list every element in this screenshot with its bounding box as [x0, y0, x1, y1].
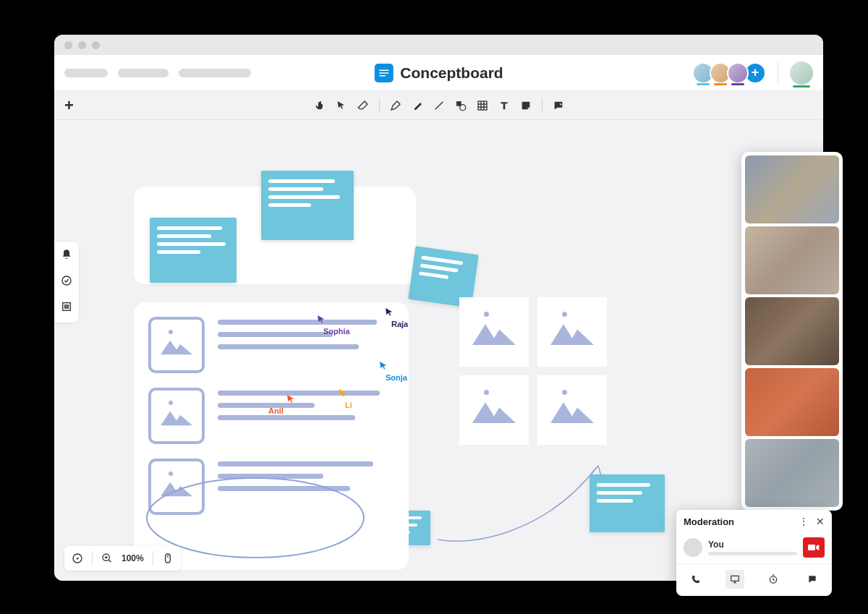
breadcrumb-item[interactable] — [64, 69, 108, 77]
list-item-text — [218, 388, 394, 444]
sticky-note[interactable] — [150, 218, 237, 283]
toolbar: + — [54, 91, 823, 120]
list-icon[interactable] — [61, 301, 72, 315]
separator — [379, 98, 380, 113]
table-tool-icon[interactable] — [477, 100, 488, 111]
svg-rect-8 — [165, 554, 170, 563]
cursor-label: Sophia — [323, 327, 350, 336]
compass-icon[interactable] — [72, 553, 83, 564]
cursor-label: Sonja — [386, 373, 407, 382]
record-button[interactable] — [803, 537, 825, 558]
image-placeholder-icon — [148, 388, 205, 444]
svg-rect-10 — [731, 576, 739, 581]
separator — [153, 551, 153, 566]
canvas-image[interactable] — [537, 297, 607, 367]
add-button[interactable]: + — [64, 96, 74, 115]
sticky-note[interactable] — [261, 171, 354, 240]
image-placeholder-icon — [148, 317, 205, 373]
list-item-text — [218, 317, 394, 373]
text-tool-icon[interactable] — [498, 100, 510, 111]
canvas-image[interactable] — [459, 297, 529, 367]
mouse-icon[interactable] — [162, 553, 174, 564]
comment-tool-icon[interactable] — [553, 100, 564, 111]
presence-avatars: + — [692, 62, 766, 84]
window-min-dot[interactable] — [78, 41, 86, 49]
presence-avatar[interactable] — [727, 62, 749, 84]
separator — [542, 98, 542, 113]
remote-cursor: Anil — [286, 393, 297, 415]
app-title-wrap: Conceptboard — [374, 64, 503, 82]
divider — [778, 62, 778, 84]
app-logo-icon — [374, 64, 393, 82]
remote-cursor: Sophia — [316, 314, 350, 336]
canvas-image[interactable] — [459, 375, 529, 445]
moderation-panel: Moderation ⋮ ✕ You — [676, 510, 832, 596]
canvas-image[interactable] — [537, 375, 607, 445]
select-tool-icon[interactable] — [336, 100, 347, 111]
avatar — [684, 538, 702, 557]
video-call-panel[interactable] — [741, 152, 843, 511]
breadcrumbs — [64, 69, 251, 77]
phone-icon[interactable] — [686, 570, 705, 589]
breadcrumb-item[interactable] — [118, 69, 169, 77]
eraser-tool-icon[interactable] — [357, 100, 369, 111]
video-tile[interactable] — [745, 155, 839, 223]
toolbar-tools — [314, 98, 564, 113]
breadcrumb-item[interactable] — [179, 69, 251, 77]
moderation-you-label: You — [708, 540, 797, 550]
cursor-label: Li — [345, 401, 352, 409]
highlighter-tool-icon[interactable] — [412, 100, 423, 111]
hand-tool-icon[interactable] — [314, 100, 326, 111]
present-icon[interactable] — [726, 570, 744, 589]
left-dock — [54, 242, 79, 323]
zoom-level[interactable]: 100% — [122, 553, 144, 563]
list-item-text — [218, 459, 394, 515]
my-avatar[interactable] — [790, 61, 813, 85]
cursor-label: Raja — [391, 320, 408, 328]
header-bar: Conceptboard + — [54, 55, 823, 91]
shape-tool-icon[interactable] — [455, 100, 467, 111]
video-tile[interactable] — [745, 297, 839, 365]
svg-point-3 — [62, 276, 71, 285]
remote-cursor: Raja — [384, 307, 408, 328]
pen-tool-icon[interactable] — [390, 100, 401, 111]
video-tile[interactable] — [745, 439, 839, 507]
remote-cursor: Sonja — [378, 360, 407, 382]
video-tile[interactable] — [745, 226, 839, 294]
app-title: Conceptboard — [400, 64, 503, 82]
svg-rect-9 — [808, 545, 815, 550]
chat-icon[interactable] — [803, 570, 822, 589]
bottom-toolbar: 100% — [64, 546, 181, 571]
image-grid — [459, 297, 607, 445]
header-right: + — [692, 61, 813, 85]
line-tool-icon[interactable] — [433, 100, 445, 111]
window-close-dot[interactable] — [64, 41, 72, 49]
timer-icon[interactable] — [764, 570, 783, 589]
svg-rect-2 — [478, 101, 487, 110]
moderation-header: Moderation ⋮ ✕ — [676, 510, 832, 533]
note-tool-icon[interactable] — [520, 100, 532, 111]
list-item[interactable] — [148, 317, 394, 373]
remote-cursor: Li — [338, 388, 352, 409]
list-item[interactable] — [148, 388, 394, 444]
moderation-footer — [676, 563, 832, 596]
video-tile[interactable] — [745, 368, 839, 436]
close-icon[interactable]: ✕ — [816, 516, 825, 527]
separator — [92, 551, 93, 566]
window-max-dot[interactable] — [92, 41, 100, 49]
svg-point-1 — [459, 104, 465, 110]
window-chrome — [54, 35, 823, 55]
list-item[interactable] — [148, 459, 394, 515]
sticky-note[interactable] — [590, 474, 665, 532]
canvas-list-card[interactable] — [134, 302, 409, 570]
cursor-label: Anil — [268, 406, 284, 415]
app-window: Conceptboard + + — [54, 35, 823, 581]
more-icon[interactable]: ⋮ — [799, 516, 809, 527]
zoom-in-icon[interactable] — [101, 553, 113, 564]
image-placeholder-icon — [148, 459, 205, 515]
moderation-body: You — [676, 533, 832, 563]
volume-slider[interactable] — [708, 552, 797, 555]
check-circle-icon[interactable] — [61, 275, 72, 289]
moderation-title: Moderation — [684, 516, 734, 527]
notifications-icon[interactable] — [61, 249, 72, 263]
